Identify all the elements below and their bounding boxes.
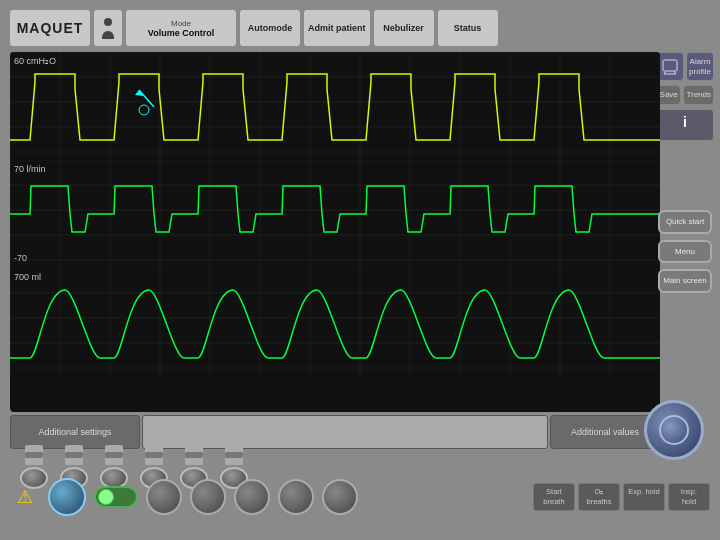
big-knob[interactable]: [644, 400, 704, 460]
small-knob-3[interactable]: [234, 479, 270, 515]
toggle-thumb: [98, 489, 114, 505]
trends-button[interactable]: Trends: [683, 85, 714, 105]
slider-thumb-6[interactable]: [225, 452, 243, 458]
mode-value: Volume Control: [148, 28, 214, 38]
automode-button[interactable]: Automode: [240, 10, 300, 46]
insp-hold-button[interactable]: Insp. hold: [668, 483, 710, 511]
start-breath-button[interactable]: Start breath: [533, 483, 575, 511]
slider-thumb-5[interactable]: [185, 452, 203, 458]
logo-area: MAQUET: [10, 10, 90, 46]
flow-bottom-label: -70: [14, 253, 27, 263]
small-knob-5[interactable]: [322, 479, 358, 515]
svg-point-0: [104, 18, 112, 26]
save-trends-row: Save Trends: [656, 85, 714, 105]
main-screen: 12-25 15:32 60 cmH₂O 70 l/min -70 700 ml: [10, 52, 660, 412]
quick-start-button[interactable]: Quick start: [658, 210, 712, 234]
o2-breaths-button[interactable]: O₂ breaths: [578, 483, 620, 511]
status-button[interactable]: Status: [438, 10, 498, 46]
person-icon: [94, 10, 122, 46]
slider-thumb-2[interactable]: [65, 452, 83, 458]
bottom-action-bar: Additional settings Additional values: [10, 415, 660, 449]
power-button[interactable]: [48, 478, 86, 516]
right-panel: Alarm profile Save Trends i: [656, 52, 714, 141]
flow-channel: 70 l/min -70: [10, 160, 660, 268]
alarm-profile-row: Alarm profile: [656, 52, 714, 81]
pressure-label: 60 cmH₂O: [14, 56, 56, 66]
volume-label: 700 ml: [14, 272, 41, 282]
exp-hold-button[interactable]: Exp. hold: [623, 483, 665, 511]
pressure-waveform: [10, 52, 660, 160]
volume-waveform: [10, 268, 660, 376]
warning-icon: ⚠: [10, 482, 40, 512]
mode-box: Mode Volume Control: [126, 10, 236, 46]
alarm-svg: [661, 58, 679, 76]
toggle-switch[interactable]: [94, 486, 138, 508]
person-svg: [100, 17, 116, 39]
small-knob-1[interactable]: [146, 479, 182, 515]
top-bar: MAQUET Mode Volume Control Automode Admi…: [10, 8, 710, 48]
admit-patient-button[interactable]: Admit patient: [304, 10, 370, 46]
info-button[interactable]: i: [656, 109, 714, 141]
pressure-channel: 60 cmH₂O: [10, 52, 660, 160]
right-mid-panel: Quick start Menu Main screen: [656, 210, 714, 293]
slider-thumb-3[interactable]: [105, 452, 123, 458]
slider-thumb-4[interactable]: [145, 452, 163, 458]
big-knob-inner: [659, 415, 689, 445]
alarm-icon-btn[interactable]: [656, 52, 684, 81]
volume-channel: 700 ml: [10, 268, 660, 376]
nebulizer-button[interactable]: Nebulizer: [374, 10, 434, 46]
device-body: MAQUET Mode Volume Control Automode Admi…: [0, 0, 720, 540]
small-knob-2[interactable]: [190, 479, 226, 515]
main-screen-button[interactable]: Main screen: [658, 269, 712, 293]
mode-label: Mode: [171, 19, 191, 28]
additional-settings-button[interactable]: Additional settings: [10, 415, 140, 449]
spacer-area: [142, 415, 548, 449]
svg-rect-1: [663, 60, 677, 71]
bottom-right-buttons: Start breath O₂ breaths Exp. hold Insp. …: [533, 483, 710, 511]
flow-label: 70 l/min: [14, 164, 46, 174]
menu-button[interactable]: Menu: [658, 240, 712, 264]
logo: MAQUET: [17, 20, 84, 36]
alarm-profile-button[interactable]: Alarm profile: [686, 52, 714, 81]
small-knob-4[interactable]: [278, 479, 314, 515]
big-knob-area: [638, 400, 710, 480]
bottom-controls: ⚠ Start breath O₂ breaths Exp. hold Insp…: [10, 462, 710, 532]
flow-waveform: [10, 160, 660, 268]
slider-thumb-1[interactable]: [25, 452, 43, 458]
